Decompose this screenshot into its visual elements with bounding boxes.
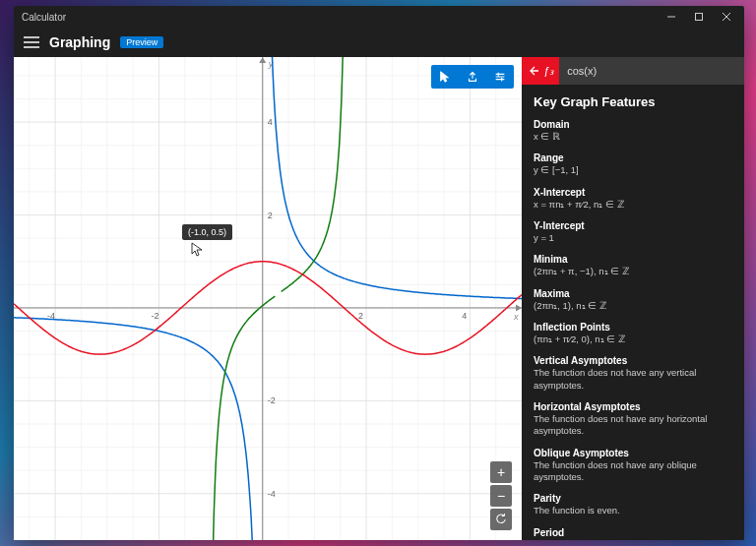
svg-text:4: 4 [268, 117, 273, 127]
minimize-button[interactable] [658, 7, 685, 27]
feature-item: Inflection Points(πn₁ + π⁄2, 0), n₁ ∈ ℤ [534, 322, 732, 345]
feature-value: The function does not have any vertical … [534, 367, 732, 392]
svg-text:-4: -4 [268, 489, 276, 499]
feature-value: The function is even. [534, 505, 732, 516]
graph-canvas[interactable]: -4-224-4-224xy (-1.0, 0.5) + − [14, 57, 522, 540]
maximize-button[interactable] [685, 7, 713, 27]
function-expression: cos(x) [559, 57, 744, 85]
menu-icon[interactable] [24, 35, 39, 49]
svg-text:2: 2 [358, 311, 363, 321]
svg-text:-2: -2 [151, 311, 158, 321]
feature-name: Period [534, 527, 732, 538]
preview-badge: Preview [120, 36, 163, 48]
feature-value: x ∈ ℝ [534, 131, 732, 143]
feature-name: Maxima [534, 288, 732, 299]
zoom-out-button[interactable]: − [490, 485, 512, 507]
zoom-controls: + − [490, 461, 512, 530]
pointer-tool-button[interactable] [431, 65, 459, 89]
feature-value: y = 1 [534, 232, 732, 244]
svg-text:-2: -2 [268, 395, 276, 405]
app-header: Graphing Preview [14, 28, 744, 57]
mode-title: Graphing [49, 34, 110, 50]
feature-item: Vertical AsymptotesThe function does not… [534, 355, 732, 392]
settings-button[interactable] [486, 65, 514, 89]
feature-value: 2π [534, 539, 732, 540]
function-label: ƒ₃ [543, 65, 553, 78]
zoom-reset-button[interactable] [490, 509, 512, 530]
feature-name: Parity [534, 493, 732, 504]
back-button[interactable]: ƒ₃ [522, 57, 559, 85]
feature-name: Y-Intercept [534, 220, 732, 231]
feature-name: Range [534, 152, 732, 163]
feature-item: Domainx ∈ ℝ [534, 119, 732, 143]
feature-item: ParityThe function is even. [534, 493, 732, 516]
feature-item: Horizontal AsymptotesThe function does n… [534, 401, 732, 438]
feature-item: X-Interceptx = πn₁ + π⁄2, n₁ ∈ ℤ [534, 187, 732, 211]
close-button[interactable] [713, 7, 740, 27]
graph-svg: -4-224-4-224xy [14, 57, 522, 540]
svg-text:4: 4 [462, 311, 467, 321]
feature-item: Oblique AsymptotesThe function does not … [534, 448, 732, 484]
features-list: Domainx ∈ ℝRangey ∈ [−1, 1]X-Interceptx … [534, 119, 732, 540]
feature-item: Minima(2πn₁ + π, −1), n₁ ∈ ℤ [534, 254, 732, 277]
features-title: Key Graph Features [534, 94, 732, 109]
feature-name: Vertical Asymptotes [534, 355, 732, 366]
feature-item: Period2π [534, 527, 732, 540]
zoom-in-button[interactable]: + [490, 461, 512, 483]
feature-name: Inflection Points [534, 322, 732, 333]
svg-text:2: 2 [268, 211, 273, 220]
feature-name: Domain [534, 119, 732, 130]
feature-value: y ∈ [−1, 1] [534, 164, 732, 176]
window-title: Calculator [22, 12, 658, 23]
svg-rect-1 [696, 14, 703, 21]
feature-value: (2πn₁ + π, −1), n₁ ∈ ℤ [534, 266, 732, 277]
feature-item: Rangey ∈ [−1, 1] [534, 152, 732, 176]
feature-name: Minima [534, 254, 732, 265]
feature-name: Oblique Asymptotes [534, 448, 732, 458]
feature-item: Y-Intercepty = 1 [534, 220, 732, 244]
arrow-left-icon [528, 65, 539, 77]
feature-value: (2πn₁, 1), n₁ ∈ ℤ [534, 300, 732, 312]
feature-value: The function does not have any horizonta… [534, 413, 732, 438]
titlebar: Calculator [14, 6, 744, 28]
window-controls [658, 7, 740, 27]
feature-name: Horizontal Asymptotes [534, 401, 732, 412]
feature-item: Maxima(2πn₁, 1), n₁ ∈ ℤ [534, 288, 732, 312]
feature-value: x = πn₁ + π⁄2, n₁ ∈ ℤ [534, 199, 732, 211]
graph-toolbar [431, 65, 514, 89]
features-panel: ƒ₃ cos(x) Key Graph Features Domainx ∈ ℝ… [522, 57, 744, 540]
share-button[interactable] [459, 65, 486, 89]
feature-name: X-Intercept [534, 187, 732, 198]
content-area: -4-224-4-224xy (-1.0, 0.5) + − ƒ₃ cos(x) [14, 57, 744, 540]
svg-text:x: x [513, 312, 519, 322]
app-window: Calculator Graphing Preview -4-224-4-224… [14, 6, 744, 540]
feature-value: The function does not have any oblique a… [534, 459, 732, 484]
panel-header: ƒ₃ cos(x) [522, 57, 744, 85]
panel-body[interactable]: Key Graph Features Domainx ∈ ℝRangey ∈ [… [522, 85, 744, 540]
feature-value: (πn₁ + π⁄2, 0), n₁ ∈ ℤ [534, 334, 732, 345]
